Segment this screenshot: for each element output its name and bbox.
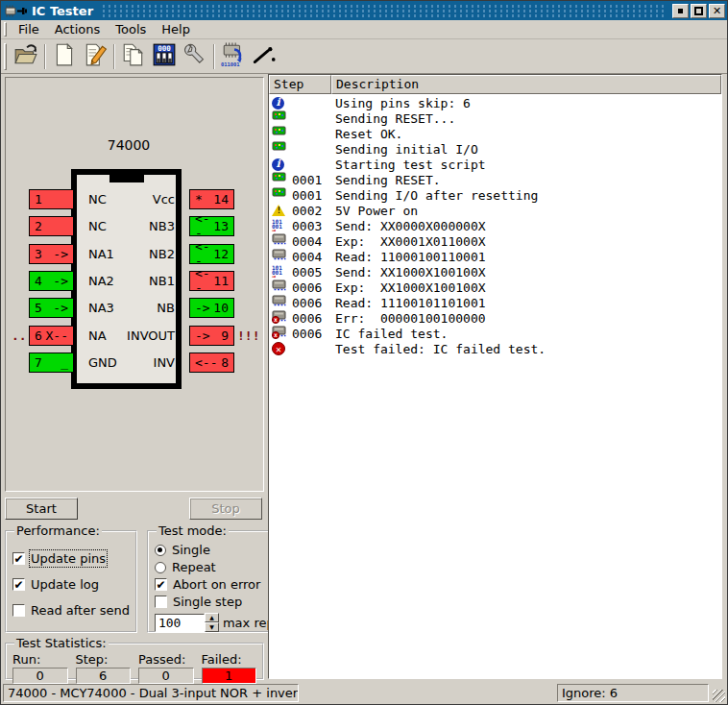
pin-row: 7_GNDINV<--8 (12, 352, 257, 373)
pin-12-box: <--12 (189, 244, 234, 264)
close-button[interactable]: ✕ (709, 4, 725, 18)
window-title: IC Tester (32, 4, 93, 18)
test-mode-group-title: Test mode: (157, 523, 229, 538)
menubar-grip[interactable] (4, 22, 7, 36)
run-test-button[interactable]: 011001 (218, 42, 249, 71)
log-row[interactable]: 101001→0003Send: XX0000X000000X (269, 218, 721, 233)
perf-update-log-checkbox[interactable]: ✔ (12, 578, 25, 591)
log-row[interactable]: 0004Read: 11000100110001 (269, 249, 721, 264)
info-icon: i (272, 158, 288, 172)
log-description: Using pins skip: 6 (329, 96, 471, 110)
spin-up-icon[interactable]: ▲ (205, 613, 219, 622)
chip-part-number: 74000 (71, 137, 186, 153)
pin-number: 8 (221, 355, 229, 370)
pin-number: 2 (35, 219, 42, 233)
pin-name-label: NC (88, 219, 107, 233)
log-step-number: 0002 (288, 204, 329, 218)
log-column-step[interactable]: Step (269, 75, 331, 94)
perf-update-pins-checkbox[interactable]: ✔ (12, 552, 25, 565)
resize-grip[interactable] (713, 690, 725, 702)
menu-tools[interactable]: Tools (108, 20, 154, 38)
minimize-button[interactable] (672, 4, 689, 18)
copy-button[interactable] (118, 42, 149, 71)
log-description: Starting test script (329, 158, 486, 172)
log-step-number: 0006 (288, 280, 329, 295)
log-row[interactable]: iStarting test script (269, 157, 721, 172)
stat-step: Step:6 (76, 652, 132, 684)
pin-name-label: INV (154, 355, 175, 370)
pin-number: 4 (35, 274, 42, 288)
log-row[interactable]: Reset OK. (269, 126, 721, 141)
dip-switch-button[interactable]: 000 (149, 42, 180, 71)
menu-help[interactable]: Help (154, 20, 198, 38)
toolbar-grip[interactable] (4, 43, 7, 70)
performance-group: Performance: ✔Update pins✔Update logRead… (5, 523, 137, 633)
perf-read-after-send-row: Read after send (12, 603, 130, 618)
mode-single-step-checkbox[interactable] (155, 596, 167, 608)
stop-button[interactable]: Stop (189, 498, 262, 520)
log-step-number: 0006 (288, 311, 329, 326)
fail-icon: ✕ (272, 342, 288, 356)
pin-11-box: <--11 (189, 271, 234, 291)
log-row[interactable]: 0006Read: 11100101101001 (269, 295, 721, 310)
pin-direction-marker: <-- (195, 355, 217, 370)
pin-name-label: NC (88, 192, 107, 207)
maximize-button[interactable] (691, 4, 707, 18)
tools-button[interactable] (180, 42, 210, 71)
pin-5-box: 5-> (29, 298, 74, 318)
log-row[interactable]: Sending initial I/O (269, 141, 721, 157)
log-row[interactable]: x0006IC failed test. (269, 326, 721, 341)
menu-file[interactable]: File (11, 20, 47, 38)
svg-text:000: 000 (158, 44, 171, 53)
stat-label: Step: (76, 652, 132, 667)
pin-6-box: 6X-- (29, 326, 74, 346)
log-row[interactable]: 101001→0005Send: XX1000X100100X (269, 264, 721, 280)
chip-notch (109, 169, 144, 182)
log-row[interactable]: !00025V Power on (269, 203, 721, 218)
pin-direction-marker: _ (61, 355, 68, 370)
toolbar-separator (44, 44, 46, 69)
mode-repeat-radio[interactable] (155, 562, 166, 573)
log-row[interactable]: x0006Err: 00000100100000 (269, 310, 721, 326)
log-row[interactable]: Sending RESET... (269, 110, 721, 126)
log-row[interactable]: ✕Test failed: IC failed test. (269, 341, 721, 356)
app-chip-icon (5, 4, 28, 18)
menu-actions[interactable]: Actions (47, 20, 109, 38)
pin-number: 13 (213, 219, 229, 233)
perf-update-log-label: Update log (31, 577, 99, 592)
stat-run: Run:0 (12, 652, 68, 684)
mode-abort-on-error-checkbox[interactable]: ✔ (155, 578, 167, 591)
log-row[interactable]: 0004Exp: XX0001X011000X (269, 233, 721, 249)
log-row[interactable]: iUsing pins skip: 6 (269, 95, 721, 110)
log-row[interactable]: 0006Exp: XX1000X100100X (269, 280, 721, 295)
log-column-description[interactable]: Description (331, 75, 721, 94)
chip-ok-icon (272, 173, 288, 187)
perf-read-after-send-checkbox[interactable] (12, 604, 25, 617)
log-header: Step Description (269, 75, 721, 94)
probe-button[interactable] (249, 42, 279, 71)
log-step-number: 0004 (288, 234, 329, 249)
pin-alert-marker: !!! (234, 328, 257, 343)
pin-number: 10 (213, 301, 229, 315)
pin-number: 5 (35, 301, 42, 315)
pin-direction-marker: -> (53, 301, 68, 315)
pin-13-box: <--13 (189, 216, 234, 236)
log-row[interactable]: 0001Sending RESET. (269, 172, 721, 187)
spin-down-icon[interactable]: ▼ (205, 622, 219, 632)
test-statistics-group: Test Statistics: Run:0Step:6Passed:0Fail… (5, 636, 264, 680)
edit-test-button[interactable] (80, 42, 110, 71)
pin-direction-marker: <-- (195, 211, 213, 240)
new-file-button[interactable] (49, 42, 80, 71)
left-column: 74000 1NCVcc*142NCNB3<--133->NA1NB2<--12… (1, 74, 268, 681)
chip-read-icon (272, 280, 288, 295)
pin-number: 1 (35, 192, 42, 207)
status-ignore: Ignore: 6 (557, 684, 709, 702)
max-rep-input[interactable] (155, 614, 205, 632)
pin-14-box: *14 (189, 189, 234, 209)
edit-test-icon (83, 42, 108, 70)
mode-single-radio[interactable] (155, 545, 166, 556)
max-rep-row: ▲ ▼ max rep. (155, 613, 279, 632)
open-file-button[interactable] (11, 42, 41, 71)
log-row[interactable]: 0001Sending I/O after resetting (269, 187, 721, 203)
start-button[interactable]: Start (5, 498, 78, 520)
